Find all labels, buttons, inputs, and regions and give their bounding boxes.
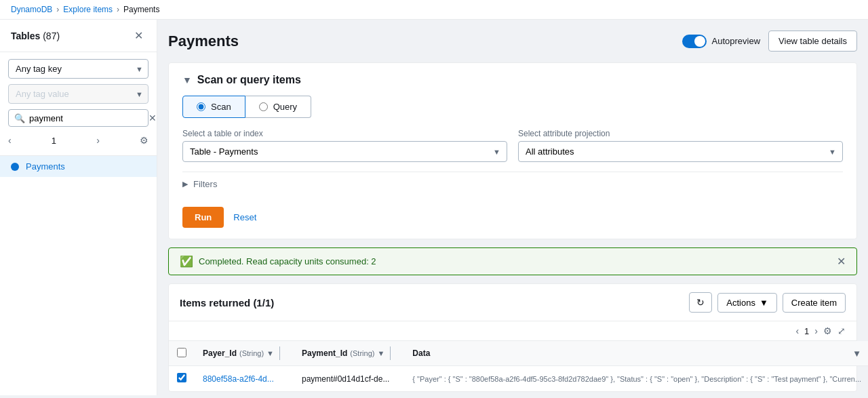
- main-content: Payments Autopreview View table details …: [157, 20, 868, 395]
- payment-id-col-label: Payment_Id: [302, 349, 347, 358]
- data-col-expand-button[interactable]: ▼: [852, 349, 861, 359]
- table-row: 880ef58a-a2f6-4d... payment#0d14d1cf-de.…: [169, 366, 868, 392]
- sidebar-close-button[interactable]: ✕: [132, 28, 146, 43]
- status-message: Completed. Read capacity units consumed:…: [199, 256, 376, 266]
- scan-label: Scan: [211, 102, 231, 112]
- sidebar-page-settings-button[interactable]: ⚙: [140, 135, 149, 146]
- payer-id-sort-icon: ▼: [267, 349, 274, 357]
- row-checkbox-cell: [169, 366, 195, 392]
- refresh-button[interactable]: ↻: [689, 292, 712, 313]
- projection-select[interactable]: All attributes: [518, 141, 843, 162]
- payer-id-header: Payer_Id (String) ▼: [195, 341, 294, 366]
- breadcrumb-current: Payments: [123, 5, 159, 14]
- sidebar-item-label: Payments: [26, 161, 65, 172]
- payment-id-type-label: (String): [350, 349, 374, 357]
- query-radio-option[interactable]: Query: [245, 96, 311, 118]
- results-title: Items returned (1/1): [180, 297, 274, 309]
- payment-id-cell: payment#0d14d1cf-de...: [294, 366, 404, 392]
- section-collapse-caret-icon: ▼: [182, 75, 192, 85]
- tag-key-select[interactable]: Any tag key: [8, 59, 149, 79]
- scan-radio-option[interactable]: Scan: [182, 96, 245, 118]
- payer-id-col-label: Payer_Id: [203, 349, 237, 358]
- filters-caret-icon: ▶: [182, 180, 188, 188]
- toggle-thumb: [694, 36, 705, 47]
- scan-query-section-header[interactable]: ▼ Scan or query items: [182, 74, 843, 86]
- active-dot-icon: [11, 163, 19, 171]
- search-icon: 🔍: [14, 113, 25, 123]
- sidebar: Tables (87) ✕ Any tag key ▼ Any tag valu…: [0, 20, 157, 395]
- scan-query-radio-group: Scan Query: [182, 96, 843, 118]
- breadcrumb-sep-2: ›: [117, 5, 119, 14]
- data-col-label: Data: [412, 349, 430, 358]
- filters-section[interactable]: ▶ Filters: [182, 172, 843, 196]
- select-all-checkbox[interactable]: [177, 348, 186, 357]
- query-radio[interactable]: [259, 102, 268, 111]
- run-button[interactable]: Run: [182, 207, 224, 228]
- breadcrumb-sep-1: ›: [56, 5, 59, 14]
- table-next-page-button[interactable]: ›: [814, 325, 818, 336]
- search-clear-button[interactable]: ✕: [147, 113, 158, 123]
- view-table-details-button[interactable]: View table details: [768, 31, 857, 52]
- payment-id-sort-icon: ▼: [377, 349, 384, 357]
- table-prev-page-button[interactable]: ‹: [795, 325, 799, 336]
- payer-id-cell: 880ef58a-a2f6-4d...: [195, 366, 294, 392]
- status-success-icon: ✅: [180, 255, 193, 268]
- results-card: Items returned (1/1) ↻ Actions ▼ Create …: [168, 283, 857, 392]
- table-page-number: 1: [804, 326, 809, 336]
- tag-value-select[interactable]: Any tag value: [8, 84, 149, 104]
- payer-id-type-label: (String): [239, 349, 264, 357]
- filters-label: Filters: [193, 179, 217, 189]
- table-search-input[interactable]: [29, 113, 143, 123]
- scan-radio[interactable]: [197, 102, 205, 111]
- table-settings-button[interactable]: ⚙: [823, 325, 832, 336]
- page-title: Payments: [168, 33, 239, 50]
- breadcrumb-explore-items[interactable]: Explore items: [63, 5, 113, 14]
- autopreview-label: Autopreview: [712, 36, 761, 46]
- row-checkbox[interactable]: [177, 373, 186, 382]
- sidebar-next-page-button[interactable]: ›: [96, 135, 100, 146]
- sidebar-page-number: 1: [52, 136, 56, 146]
- query-label: Query: [273, 102, 297, 112]
- data-header: Data ▼: [404, 341, 868, 366]
- data-value: { "Payer" : { "S" : "880ef58a-a2f6-4df5-…: [412, 375, 861, 383]
- status-close-button[interactable]: ✕: [837, 255, 846, 268]
- data-cell: { "Payer" : { "S" : "880ef58a-a2f6-4df5-…: [404, 366, 868, 392]
- table-index-select[interactable]: Table - Payments: [182, 141, 507, 162]
- payer-id-link[interactable]: 880ef58a-a2f6-4d...: [203, 374, 274, 384]
- select-all-header: [169, 341, 195, 366]
- projection-label: Select attribute projection: [518, 129, 843, 138]
- payment-id-header: Payment_Id (String) ▼: [294, 341, 404, 366]
- status-banner: ✅ Completed. Read capacity units consume…: [168, 247, 857, 275]
- payment-id-value: payment#0d14d1cf-de...: [302, 374, 389, 384]
- actions-caret-icon: ▼: [760, 298, 768, 308]
- table-index-label: Select a table or index: [182, 129, 507, 138]
- sidebar-title: Tables (87): [11, 31, 60, 41]
- breadcrumb-dynamodb[interactable]: DynamoDB: [11, 5, 52, 14]
- actions-label: Actions: [726, 298, 755, 308]
- reset-button[interactable]: Reset: [231, 207, 259, 228]
- scan-query-card: ▼ Scan or query items Scan Query: [168, 62, 857, 239]
- sidebar-prev-page-button[interactable]: ‹: [8, 135, 12, 146]
- create-item-button[interactable]: Create item: [783, 293, 846, 313]
- breadcrumb: DynamoDB › Explore items › Payments: [0, 0, 868, 20]
- table-expand-button[interactable]: ⤢: [837, 325, 846, 336]
- actions-button[interactable]: Actions ▼: [717, 293, 777, 313]
- section-title: Scan or query items: [197, 74, 301, 86]
- data-table: Payer_Id (String) ▼ Payment_Id (String) …: [169, 341, 868, 391]
- sidebar-item-payments[interactable]: Payments: [0, 156, 157, 177]
- autopreview-toggle[interactable]: [682, 35, 707, 48]
